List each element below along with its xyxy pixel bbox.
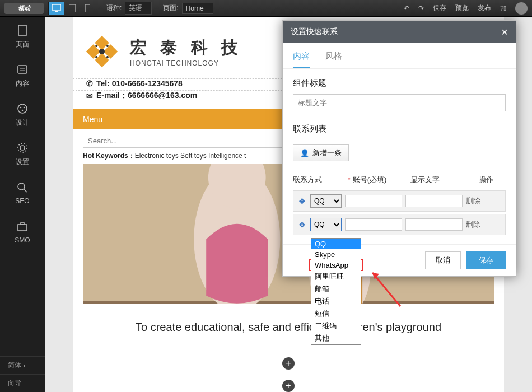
palette-icon	[16, 102, 29, 115]
list-header: 联系方式 * 账号(必填) 显示文字 操作	[293, 171, 506, 188]
lang-select[interactable]: 英语	[125, 2, 152, 15]
search-icon	[16, 181, 29, 194]
svg-rect-2	[69, 4, 76, 12]
svg-rect-3	[85, 4, 90, 12]
email-icon: ✉	[86, 91, 93, 100]
help-icon[interactable]: ?⃝	[500, 4, 506, 12]
dropdown-option[interactable]: WhatsApp	[311, 260, 361, 270]
drag-handle-icon[interactable]: ✥	[297, 221, 307, 229]
add-section-button[interactable]: +	[282, 380, 295, 392]
preview-action[interactable]: 预览	[455, 3, 469, 13]
svg-rect-4	[18, 25, 26, 35]
site-tagline: To create educational, safe and efficien…	[73, 321, 504, 334]
sidebar-item-label: 页面	[16, 40, 29, 49]
close-icon[interactable]: ×	[501, 26, 508, 39]
sidebar-item-settings[interactable]: 设置	[0, 134, 45, 174]
section-list-label: 联系列表	[293, 124, 506, 134]
display-text-input[interactable]	[405, 195, 463, 207]
delete-row-button[interactable]: 删除	[466, 220, 480, 230]
svg-point-14	[18, 183, 25, 190]
phone-icon: ✆	[86, 79, 93, 88]
dropdown-option[interactable]: 电话	[311, 295, 361, 307]
device-desktop[interactable]	[48, 2, 64, 15]
device-phone[interactable]	[80, 2, 95, 15]
undo-icon[interactable]: ↶	[404, 4, 409, 12]
dropdown-option[interactable]: 邮箱	[311, 283, 361, 295]
svg-point-8	[18, 104, 27, 113]
lang-label: 语种:	[106, 3, 122, 13]
sidebar-item-design[interactable]: 设计	[0, 95, 45, 134]
redo-icon[interactable]: ↷	[418, 4, 424, 12]
briefcase-icon	[16, 221, 29, 233]
svg-rect-20	[86, 44, 100, 58]
sidebar-item-content[interactable]: 内容	[0, 56, 45, 95]
account-input[interactable]	[345, 195, 402, 207]
contact-type-dropdown: QQ Skype WhatsApp 阿里旺旺 邮箱 电话 短信 二维码 其他	[311, 238, 361, 345]
svg-point-22	[98, 48, 106, 55]
desktop-icon	[52, 4, 61, 12]
account-input[interactable]	[345, 218, 402, 231]
component-title-input[interactable]	[293, 94, 506, 111]
content-icon	[16, 63, 29, 76]
site-logo-icon	[84, 34, 120, 69]
sidebar-item-smo[interactable]: SMO	[0, 213, 45, 252]
dropdown-option[interactable]: 其他	[311, 332, 361, 344]
cancel-button[interactable]: 取消	[425, 251, 461, 269]
tab-content[interactable]: 内容	[293, 51, 310, 68]
add-section-button[interactable]: +	[282, 357, 295, 370]
section-title-label: 组件标题	[293, 78, 506, 88]
gear-icon	[16, 142, 29, 154]
page-label: 页面:	[163, 3, 178, 13]
arrow-annotation-icon	[367, 267, 406, 312]
svg-rect-19	[104, 44, 118, 58]
brand-title-cn: 宏 泰 科 技	[130, 36, 242, 59]
contact-type-select[interactable]: QQ	[310, 218, 342, 231]
person-plus-icon: 👤	[300, 149, 309, 157]
svg-point-9	[20, 106, 22, 108]
sidebar-lang-toggle[interactable]: 简体 ›	[0, 356, 45, 374]
page-select[interactable]: Home	[182, 3, 213, 14]
display-text-input[interactable]	[405, 218, 463, 231]
publish-action[interactable]: 发布	[478, 3, 491, 13]
svg-rect-21	[95, 53, 109, 67]
drag-handle-icon[interactable]: ✥	[297, 197, 307, 206]
contact-row: ✥ QQ 删除	[293, 190, 506, 212]
save-button[interactable]: 保存	[466, 251, 506, 269]
device-switcher	[48, 2, 95, 15]
dropdown-option[interactable]: 阿里旺旺	[311, 270, 361, 283]
sidebar-item-label: SMO	[15, 236, 30, 244]
dropdown-option[interactable]: 二维码	[311, 320, 361, 332]
delete-row-button[interactable]: 删除	[466, 196, 480, 206]
dropdown-option[interactable]: Skype	[311, 249, 361, 260]
sidebar-item-page[interactable]: 页面	[0, 17, 45, 56]
svg-rect-5	[18, 66, 27, 73]
svg-point-12	[20, 146, 25, 150]
device-tablet[interactable]	[64, 2, 80, 15]
svg-point-10	[24, 106, 25, 108]
svg-rect-16	[18, 225, 27, 231]
brand-title-en: HONGTAI TECHNOLOGY	[130, 59, 242, 67]
svg-point-13	[18, 143, 27, 152]
contact-type-select[interactable]: QQ	[310, 194, 342, 208]
dialog-tabs: 内容 风格	[283, 43, 516, 69]
tab-style[interactable]: 风格	[325, 51, 342, 68]
svg-line-15	[24, 189, 27, 192]
svg-point-11	[22, 109, 24, 111]
left-sidebar: 页面 内容 设计 设置 SEO SMO 简体 › 向导	[0, 17, 45, 392]
svg-rect-28	[83, 301, 494, 304]
top-bar: 领动 语种: 英语 页面: Home ↶ ↷ 保存 预览 发布 ?⃝	[0, 0, 532, 17]
page-icon	[16, 24, 29, 36]
sidebar-guide[interactable]: 向导	[0, 374, 45, 392]
sidebar-item-seo[interactable]: SEO	[0, 174, 45, 213]
save-action[interactable]: 保存	[433, 3, 446, 13]
dialog-title: 设置快速联系	[291, 27, 338, 37]
add-item-button[interactable]: 👤 新增一条	[293, 144, 349, 161]
quick-contact-dialog: 设置快速联系 × 内容 风格 组件标题 联系列表 👤 新增一条 联系方式 * 账…	[282, 20, 516, 277]
avatar[interactable]	[515, 2, 528, 15]
sidebar-item-label: SEO	[15, 197, 29, 205]
phone-icon	[85, 4, 90, 12]
contact-row: ✥ QQ 删除	[293, 214, 506, 235]
dropdown-option[interactable]: QQ	[311, 239, 361, 249]
svg-rect-18	[95, 36, 109, 50]
dropdown-option[interactable]: 短信	[311, 307, 361, 320]
